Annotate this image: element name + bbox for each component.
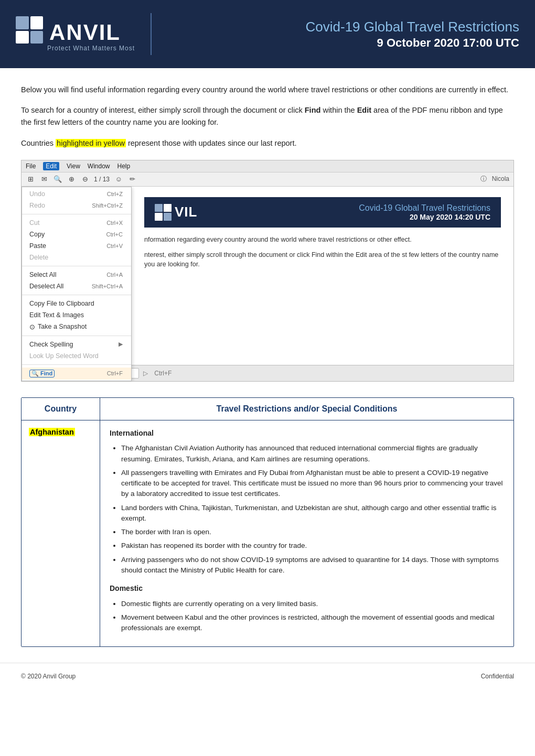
- pdf-sep-5: [22, 364, 131, 365]
- intro-p2-mid: within the: [320, 106, 357, 114]
- pdf-menu-section-1: Undo Ctrl+Z Redo Shift+Ctrl+Z: [22, 187, 131, 212]
- pdf-menu-select-all-label: Select All: [29, 271, 56, 278]
- bullet-5: Pakistan has reopened its border with th…: [121, 541, 504, 551]
- pdf-menu-edit-text[interactable]: Edit Text & Images: [22, 309, 131, 321]
- pdf-inner-body-text-2: nterest, either simply scroll through th…: [144, 250, 501, 270]
- main-content: Below you will find useful information r…: [0, 68, 535, 657]
- pdf-menu-undo-shortcut: Ctrl+Z: [107, 191, 123, 197]
- pdf-menu-find-label: 🔍 Find: [29, 370, 55, 377]
- pdf-menu-find-row[interactable]: 🔍 Find Ctrl+F: [22, 368, 131, 380]
- domestic-bullets: Domestic flights are currently operating…: [110, 599, 504, 634]
- pdf-menu-cut-shortcut: Ctrl+X: [106, 220, 123, 226]
- find-bar-arrow: ▷: [143, 370, 148, 377]
- pdf-menu-select-all-shortcut: Ctrl+A: [106, 272, 123, 278]
- pdf-menu-cut[interactable]: Cut Ctrl+X: [22, 217, 131, 229]
- country-cell-afghanistan: Afghanistan: [22, 420, 100, 646]
- page-header: ANVIL Protect What Matters Most Covid-19…: [0, 0, 535, 68]
- bullet-3: Land borders with China, Tajikistan, Tur…: [121, 503, 504, 524]
- pdf-menu-deselect-all[interactable]: Deselect All Shift+Ctrl+A: [22, 280, 131, 292]
- highlight-yellow-text: highlighted in yellow: [56, 139, 126, 147]
- travel-restrictions-table: Country Travel Restrictions and/or Speci…: [21, 397, 514, 647]
- pdf-menu-view[interactable]: View: [67, 163, 80, 170]
- logo-block-tr: [30, 16, 44, 29]
- pdf-menu-delete[interactable]: Delete: [22, 252, 131, 263]
- pdf-menu-copy-file[interactable]: Copy File to Clipboard: [22, 298, 131, 309]
- pdf-menu-select-all[interactable]: Select All Ctrl+A: [22, 269, 131, 280]
- logo-block-tl: [16, 16, 29, 29]
- intro-paragraph-3: Countries highlighted in yellow represen…: [21, 137, 514, 149]
- header-title-area: Covid-19 Global Travel Restrictions 9 Oc…: [167, 18, 519, 50]
- logo-block-br: [30, 31, 44, 44]
- pdf-menu-redo[interactable]: Redo Shift+Ctrl+Z: [22, 200, 131, 211]
- table-header-restrictions: Travel Restrictions and/or Special Condi…: [100, 398, 513, 420]
- pdf-menu-window[interactable]: Window: [88, 163, 110, 170]
- intro-paragraph-2: To search for a country of interest, eit…: [21, 104, 514, 128]
- table-header-row: Country Travel Restrictions and/or Speci…: [22, 398, 513, 420]
- pdf-menu-help[interactable]: Help: [117, 163, 131, 170]
- pdf-menu-lookup[interactable]: Look Up Selected Word: [22, 350, 131, 362]
- pdf-menu-paste[interactable]: Paste Ctrl+V: [22, 240, 131, 252]
- pdf-menu-snapshot-label: ⊙ Take a Snapshot: [29, 323, 87, 331]
- section-heading-international: International: [110, 428, 504, 439]
- intro-paragraph-1: Below you will find useful information r…: [21, 84, 514, 96]
- pdf-menu-section-3: Select All Ctrl+A Deselect All Shift+Ctr…: [22, 268, 131, 293]
- pdf-sep-4: [22, 336, 131, 336]
- page-footer: © 2020 Anvil Group Confidential: [0, 663, 535, 687]
- bullet-2: All passengers travelling with Emirates …: [121, 468, 504, 500]
- pdf-menu-check-spelling[interactable]: Check Spelling ▶: [22, 339, 131, 350]
- restrictions-cell-afghanistan: International The Afghanistan Civil Avia…: [100, 420, 513, 646]
- pdf-menu-snapshot[interactable]: ⊙ Take a Snapshot: [22, 321, 131, 333]
- toolbar-icon-7: ✏: [127, 175, 137, 184]
- pdf-inner-report-title: Covid-19 Global Travel Restrictions: [197, 203, 490, 213]
- toolbar-page-number: 1 / 13: [94, 176, 110, 183]
- pdf-menu-spelling-arrow: ▶: [119, 341, 123, 348]
- intro-p2-pre: To search for a country of interest, eit…: [21, 106, 305, 114]
- pdf-menu-file[interactable]: File: [26, 163, 36, 170]
- pdf-menu-section-4: Copy File to Clipboard Edit Text & Image…: [22, 297, 131, 334]
- pdf-inner-block-br: [164, 213, 172, 221]
- pdf-menu-undo-label: Undo: [29, 190, 45, 198]
- domestic-bullet-1: Domestic flights are currently operating…: [121, 599, 504, 609]
- pdf-menu-deselect-all-label: Deselect All: [29, 283, 63, 290]
- bullet-4: The border with Iran is open.: [121, 527, 504, 537]
- toolbar-user: ⓘ Nicola: [480, 175, 509, 183]
- pdf-menu-check-spelling-label: Check Spelling: [29, 341, 73, 348]
- table-row: Afghanistan International The Afghanista…: [22, 420, 513, 646]
- logo-icon: ANVIL: [16, 16, 121, 44]
- toolbar-icon-6: ☺: [114, 175, 123, 184]
- logo-blocks: [16, 16, 43, 44]
- pdf-sep-3: [22, 295, 131, 295]
- logo-subtitle: Protect What Matters Most: [47, 45, 135, 52]
- pdf-menu-edit-text-label: Edit Text & Images: [29, 311, 84, 319]
- pdf-inner-block-tr: [164, 204, 172, 212]
- pdf-inner-title-area: Covid-19 Global Travel Restrictions 20 M…: [197, 203, 490, 221]
- pdf-menu-edit[interactable]: Edit: [43, 162, 59, 170]
- section-heading-domestic: Domestic: [110, 583, 504, 595]
- bullet-1: The Afghanistan Civil Aviation Authority…: [121, 443, 504, 465]
- pdf-menu-paste-shortcut: Ctrl+V: [106, 243, 123, 249]
- toolbar-icon-2: ✉: [39, 175, 49, 184]
- pdf-menu-copy-label: Copy: [29, 231, 45, 238]
- bullet-6: Arriving passengers who do not show COVI…: [121, 555, 504, 576]
- find-bar-shortcut: Ctrl+F: [154, 370, 172, 377]
- pdf-menu-cut-label: Cut: [29, 219, 39, 226]
- pdf-menu-undo[interactable]: Undo Ctrl+Z: [22, 188, 131, 200]
- report-date: 9 October 2020 17:00 UTC: [167, 36, 519, 50]
- pdf-menu-copy[interactable]: Copy Ctrl+C: [22, 229, 131, 240]
- pdf-inner-report-date: 20 May 2020 14:20 UTC: [197, 213, 490, 221]
- logo-anvil-text: ANVIL: [49, 21, 121, 44]
- logo-area: ANVIL Protect What Matters Most: [16, 16, 135, 52]
- pdf-menu-copy-file-label: Copy File to Clipboard: [29, 300, 94, 307]
- pdf-content-overlay: VIL Covid-19 Global Travel Restrictions …: [132, 187, 513, 381]
- pdf-inner-body-text-1: nformation regarding every country aroun…: [144, 235, 501, 245]
- report-title: Covid-19 Global Travel Restrictions: [167, 18, 519, 36]
- pdf-inner-block-bl: [155, 213, 163, 221]
- intro-find-bold: Find: [305, 106, 321, 114]
- afghanistan-label: Afghanistan: [29, 428, 75, 436]
- intro-edit-bold: Edit: [357, 106, 371, 114]
- toolbar-icon-4: ⊕: [67, 175, 76, 184]
- pdf-menu-section-6: 🔍 Find Ctrl+F: [22, 366, 131, 381]
- pdf-menu-redo-shortcut: Shift+Ctrl+Z: [92, 202, 123, 209]
- domestic-bullet-2: Movement between Kabul and the other pro…: [121, 612, 504, 634]
- pdf-inner-text2-pre: nterest, either simply scroll through th…: [144, 251, 498, 268]
